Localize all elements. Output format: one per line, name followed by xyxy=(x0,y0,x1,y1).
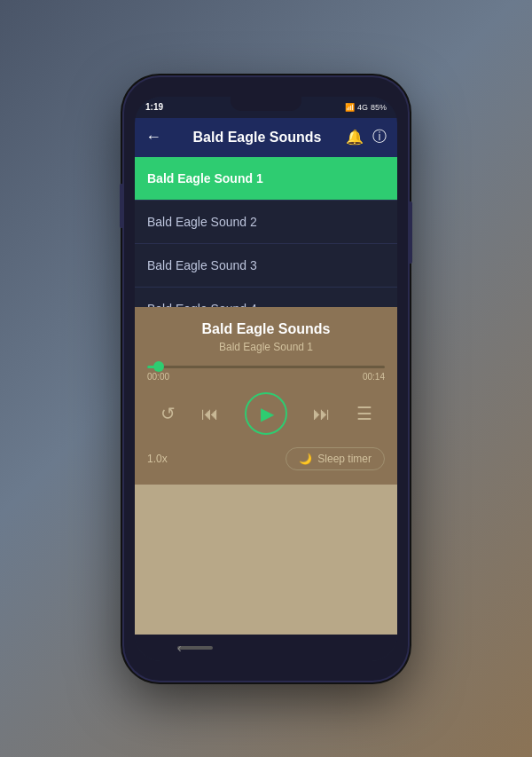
playlist-button[interactable]: ☰ xyxy=(356,405,372,422)
nav-home-indicator[interactable] xyxy=(177,646,213,650)
volume-button xyxy=(120,184,123,228)
sound-item-1[interactable]: Bald Eagle Sound 1 xyxy=(135,157,397,201)
phone-frame: 1:19 📶 4G 85% ← Bald Eagle Sounds 🔔 ⓘ Ba… xyxy=(124,77,408,681)
player-section: Bald Eagle Sounds Bald Eagle Sound 1 00:… xyxy=(135,307,397,485)
play-button[interactable]: ▶ xyxy=(245,392,287,435)
progress-track xyxy=(147,366,385,368)
sleep-timer-button[interactable]: 🌙 Sleep timer xyxy=(286,447,385,470)
play-icon: ▶ xyxy=(261,403,274,424)
total-time: 00:14 xyxy=(363,372,385,382)
battery-icon: 85% xyxy=(371,103,387,112)
nav-bar-inner: ‹ xyxy=(177,646,355,650)
status-icons: 📶 4G 85% xyxy=(345,103,387,112)
progress-times: 00:00 00:14 xyxy=(147,372,385,382)
player-title: Bald Eagle Sounds xyxy=(147,321,385,337)
current-time: 00:00 xyxy=(147,372,169,382)
player-footer: 1.0x 🌙 Sleep timer xyxy=(147,444,385,474)
sound-item-2[interactable]: Bald Eagle Sound 2 xyxy=(135,201,397,244)
next-button[interactable]: ⏭ xyxy=(313,405,331,422)
signal-icon: 4G xyxy=(357,103,368,112)
player-controls: ↺ ⏮ ▶ ⏭ ☰ xyxy=(147,392,385,435)
nav-back-icon[interactable]: ‹ xyxy=(177,641,182,655)
speed-label[interactable]: 1.0x xyxy=(147,453,168,465)
moon-icon: 🌙 xyxy=(299,453,312,465)
info-icon[interactable]: ⓘ xyxy=(372,128,387,146)
repeat-button[interactable]: ↺ xyxy=(160,405,176,422)
prev-button[interactable]: ⏮ xyxy=(201,405,219,422)
sound-list: Bald Eagle Sound 1 Bald Eagle Sound 2 Ba… xyxy=(135,157,397,307)
app-bar: ← Bald Eagle Sounds 🔔 ⓘ xyxy=(135,118,397,157)
sound-item-3[interactable]: Bald Eagle Sound 3 xyxy=(135,244,397,288)
player-current-track: Bald Eagle Sound 1 xyxy=(147,341,385,353)
status-time: 1:19 xyxy=(145,102,163,112)
power-button xyxy=(409,201,412,264)
app-bar-actions: 🔔 ⓘ xyxy=(346,128,387,146)
sleep-timer-label: Sleep timer xyxy=(317,453,372,465)
back-button[interactable]: ← xyxy=(145,128,161,146)
sound-item-4[interactable]: Bald Eagle Sound 4 xyxy=(135,288,397,307)
bottom-area xyxy=(135,485,397,635)
wifi-icon: 📶 xyxy=(345,103,355,112)
progress-container[interactable]: 00:00 00:14 xyxy=(147,366,385,382)
phone-screen: 1:19 📶 4G 85% ← Bald Eagle Sounds 🔔 ⓘ Ba… xyxy=(135,97,397,661)
notification-icon[interactable]: 🔔 xyxy=(346,129,364,146)
nav-bar: ‹ xyxy=(135,635,397,661)
app-title: Bald Eagle Sounds xyxy=(168,130,346,146)
notch xyxy=(231,97,301,111)
progress-thumb[interactable] xyxy=(153,361,164,372)
